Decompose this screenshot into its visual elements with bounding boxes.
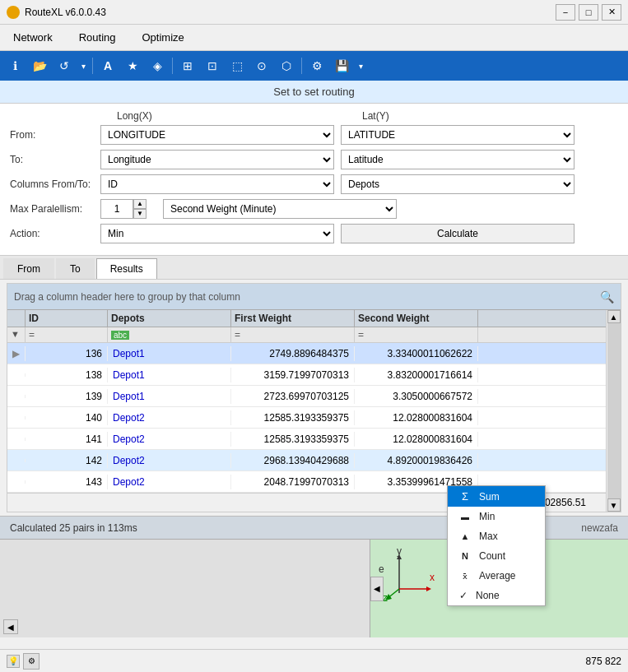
context-menu-average[interactable]: x̄ Average: [448, 566, 545, 586]
data-grid: ID Depots First Weight Second Weight ▼ =…: [7, 310, 606, 512]
tab-results[interactable]: Results: [96, 258, 157, 279]
grid-scrollbar[interactable]: ▲ ▼: [606, 310, 621, 512]
calculate-button[interactable]: Calculate: [341, 224, 575, 243]
row-expand-3: [7, 395, 26, 398]
second-weight-select[interactable]: Second Weight (Minute): [163, 199, 397, 219]
col-sw-header[interactable]: Second Weight: [355, 310, 478, 327]
bottom-bar: 💡 ⚙ 875 822: [0, 649, 628, 672]
max-par-spinbox: 1 ▲ ▼: [100, 199, 147, 219]
row-expand-2: [7, 373, 26, 377]
menu-routing[interactable]: Routing: [66, 25, 129, 50]
toolbar-grid2[interactable]: ⊡: [201, 54, 224, 77]
toolbar-grid[interactable]: ⊞: [176, 54, 199, 77]
toolbar-route[interactable]: ⬡: [275, 54, 298, 77]
table-row[interactable]: 138 Depot1 3159.71997070313 3.8320000171…: [7, 364, 606, 386]
nav-left-btn[interactable]: ◀: [3, 619, 18, 634]
context-max-label: Max: [479, 531, 498, 542]
context-menu: Σ Sum ▬ Min ▲ Max N Count x̄ Average ✓ N…: [447, 485, 546, 606]
cell-fw-7: 2048.71997070313: [231, 475, 355, 489]
to-longx-select[interactable]: Longitude: [100, 150, 334, 169]
filter-expand-cell[interactable]: ▼: [7, 327, 26, 342]
toolbar-sep2: [172, 58, 173, 74]
cell-depots-1: Depot1: [108, 346, 231, 361]
grid-filter-row: ▼ = abc = =: [7, 327, 606, 343]
table-row[interactable]: 142 Depot2 2968.13940429688 4.8920001983…: [7, 450, 606, 471]
tab-from[interactable]: From: [3, 258, 54, 279]
scroll-down-btn[interactable]: ▼: [607, 498, 621, 512]
grid-with-scroll: ID Depots First Weight Second Weight ▼ =…: [7, 310, 621, 512]
axes-svg: e y x z: [379, 548, 444, 605]
cell-id-4: 140: [26, 410, 108, 425]
from-laty-select[interactable]: LATITUDE: [341, 125, 575, 145]
cell-id-7: 143: [26, 475, 108, 489]
toolbar-circle[interactable]: ⊙: [250, 54, 273, 77]
svg-text:x: x: [430, 572, 435, 583]
to-laty-select[interactable]: Latitude: [341, 150, 575, 169]
scroll-track[interactable]: [607, 323, 621, 498]
menu-network[interactable]: Network: [0, 25, 66, 50]
context-menu-none[interactable]: ✓ None: [448, 586, 545, 605]
col-fromto-y-select[interactable]: Depots: [341, 174, 575, 194]
close-button[interactable]: ✕: [602, 4, 621, 21]
toolbar-save[interactable]: 💾: [330, 54, 353, 77]
toolbar-save-dd[interactable]: ▾: [355, 54, 366, 77]
toolbar-box[interactable]: ⬚: [226, 54, 249, 77]
toolbar-settings[interactable]: ⚙: [305, 54, 328, 77]
context-menu-max[interactable]: ▲ Max: [448, 526, 545, 546]
col-fw-header[interactable]: First Weight: [231, 310, 355, 327]
toolbar-star[interactable]: ★: [121, 54, 144, 77]
cell-depots-6: Depot2: [108, 453, 231, 468]
col-id-header[interactable]: ID: [26, 310, 108, 327]
spinbox-up[interactable]: ▲: [133, 199, 147, 209]
col-fromto-x-select[interactable]: ID: [100, 174, 334, 194]
col-expand-header: [7, 310, 26, 327]
search-icon[interactable]: 🔍: [600, 290, 614, 304]
to-row: To: Longitude Latitude: [10, 150, 618, 169]
grid-group-header: Drag a column header here to group by th…: [7, 284, 621, 310]
title-bar: RouteXL v6.0.0.43 − □ ✕: [0, 0, 628, 25]
table-row[interactable]: 139 Depot1 2723.69970703125 3.3050000667…: [7, 386, 606, 407]
tab-to[interactable]: To: [56, 258, 95, 279]
maximize-button[interactable]: □: [579, 4, 598, 21]
context-min-label: Min: [479, 511, 495, 522]
scroll-up-btn[interactable]: ▲: [607, 310, 621, 323]
context-menu-count[interactable]: N Count: [448, 546, 545, 566]
from-longx-select[interactable]: LONGITUDE: [100, 125, 334, 145]
toolbar-sep1: [92, 58, 93, 74]
context-menu-min[interactable]: ▬ Min: [448, 507, 545, 526]
toolbar-a[interactable]: A: [96, 54, 119, 77]
coord-display: 875 822: [586, 656, 621, 667]
max-par-input[interactable]: 1: [100, 199, 133, 219]
context-none-label: None: [476, 590, 500, 601]
menu-optimize[interactable]: Optimize: [129, 25, 198, 50]
context-avg-label: Average: [479, 570, 515, 582]
row-expand-1[interactable]: ▶: [7, 346, 26, 361]
settings-btn2[interactable]: ⚙: [23, 653, 40, 670]
svg-text:e: e: [379, 563, 384, 575]
toolbar-shape[interactable]: ◈: [146, 54, 169, 77]
context-sum-label: Sum: [479, 491, 500, 503]
table-row[interactable]: 141 Depot2 12585.3193359375 12.028000831…: [7, 429, 606, 450]
columns-label: Columns From/To:: [10, 178, 100, 190]
col-depots-header[interactable]: Depots: [108, 310, 231, 327]
toolbar-info[interactable]: ℹ: [3, 54, 26, 77]
expand-left-btn[interactable]: ◀: [370, 577, 384, 601]
action-row: Action: Min Calculate: [10, 224, 618, 243]
status-left: Calculated 25 pairs in 113ms: [10, 522, 137, 534]
context-menu-sum[interactable]: Σ Sum: [448, 486, 545, 507]
toolbar-refresh-dd[interactable]: ▾: [77, 54, 89, 77]
cell-id-3: 139: [26, 389, 108, 404]
action-select[interactable]: Min: [100, 224, 334, 243]
group-by-text: Drag a column header here to group by th…: [14, 291, 240, 303]
table-row[interactable]: 140 Depot2 12585.3193359375 12.028000831…: [7, 407, 606, 429]
lower-left-panel: ◀: [0, 540, 370, 637]
spinbox-down[interactable]: ▼: [133, 209, 147, 219]
minimize-button[interactable]: −: [556, 4, 575, 21]
toolbar-open[interactable]: 📂: [28, 54, 51, 77]
table-row[interactable]: ▶ 136 Depot1 2749.8896484375 3.334000110…: [7, 343, 606, 364]
svg-marker-6: [426, 586, 431, 591]
toolbar-refresh[interactable]: ↺: [53, 54, 76, 77]
cell-fw-1: 2749.8896484375: [231, 346, 355, 361]
lightbulb-btn[interactable]: 💡: [7, 655, 20, 668]
row-expand-6: [7, 459, 26, 462]
